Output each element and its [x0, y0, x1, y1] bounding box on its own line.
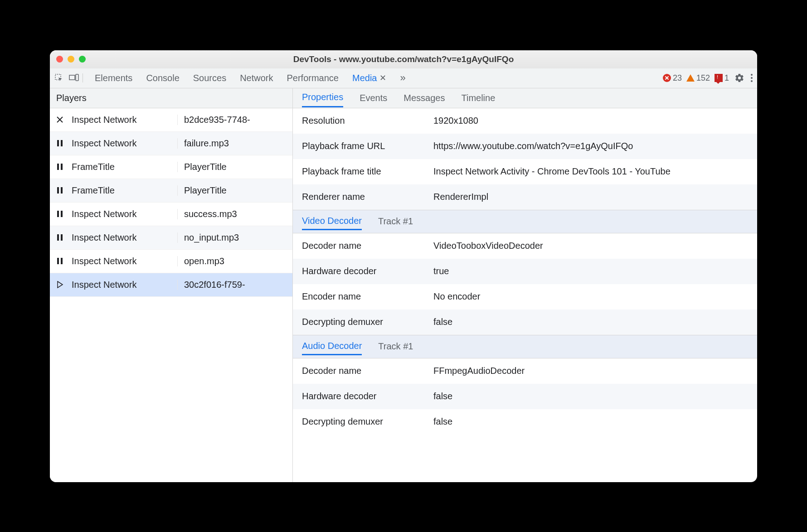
pause-icon [50, 163, 70, 170]
play-icon [50, 281, 70, 288]
audio-decoder-tab[interactable]: Audio Decoder [302, 341, 362, 355]
pause-icon [50, 210, 70, 218]
tab-network[interactable]: Network [240, 73, 273, 83]
player-row[interactable]: Inspect Networksuccess.mp3 [50, 203, 292, 226]
error-icon [663, 74, 671, 82]
players-list: Inspect Networkb2dce935-7748-Inspect Net… [50, 108, 292, 482]
svg-rect-6 [61, 164, 63, 170]
player-row[interactable]: Inspect Networkb2dce935-7748- [50, 108, 292, 132]
svg-rect-5 [57, 164, 59, 170]
video-track-tab[interactable]: Track #1 [378, 216, 413, 229]
property-row: Resolution1920x1080 [293, 108, 757, 134]
property-value: FFmpegAudioDecoder [433, 366, 748, 376]
player-frame: Inspect Network [70, 280, 178, 290]
svg-rect-13 [57, 258, 59, 264]
player-row[interactable]: Inspect Network30c2f016-f759- [50, 273, 292, 297]
status-area: 23 152 ! 1 [663, 73, 729, 83]
warning-count: 152 [696, 73, 710, 83]
players-header: Players [50, 88, 292, 108]
property-value: false [433, 416, 748, 427]
subtab-properties[interactable]: Properties [302, 92, 343, 107]
svg-rect-4 [61, 140, 63, 146]
player-title: success.mp3 [178, 209, 292, 219]
property-key: Hardware decoder [302, 266, 433, 276]
more-tabs-icon[interactable]: » [400, 72, 405, 84]
panel-tabs: Elements Console Sources Network Perform… [95, 72, 659, 84]
property-key: Playback frame title [302, 166, 433, 177]
property-row: Decrypting demuxerfalse [293, 409, 757, 435]
property-key: Playback frame URL [302, 141, 433, 151]
svg-rect-11 [57, 234, 59, 241]
property-value: false [433, 391, 748, 401]
property-key: Resolution [302, 116, 433, 126]
svg-rect-7 [57, 187, 59, 193]
detail-subtabs: Properties Events Messages Timeline [293, 88, 757, 108]
player-frame: Inspect Network [70, 256, 178, 266]
video-decoder-tabs: Video Decoder Track #1 [293, 210, 757, 233]
property-key: Renderer name [302, 192, 433, 202]
player-row[interactable]: Inspect Networkno_input.mp3 [50, 226, 292, 250]
subtab-timeline[interactable]: Timeline [461, 93, 495, 107]
warning-badge[interactable]: 152 [686, 73, 710, 83]
inspect-icon[interactable] [54, 73, 63, 82]
tab-media[interactable]: Media ✕ [352, 73, 386, 83]
property-key: Decoder name [302, 366, 433, 376]
video-decoder-tab[interactable]: Video Decoder [302, 216, 362, 230]
svg-rect-10 [61, 211, 63, 217]
svg-rect-9 [57, 211, 59, 217]
property-row: Decoder nameVideoTooboxVideoDecoder [293, 233, 757, 259]
error-badge[interactable]: 23 [663, 73, 682, 83]
subtab-events[interactable]: Events [360, 93, 387, 107]
property-key: Decrypting demuxer [302, 317, 433, 327]
player-title: PlayerTitle [178, 162, 292, 172]
property-row: Decrypting demuxerfalse [293, 310, 757, 335]
titlebar: DevTools - www.youtube.com/watch?v=e1gAy… [50, 50, 757, 68]
message-count: 1 [724, 73, 729, 83]
player-frame: FrameTitle [70, 185, 178, 196]
player-title: b2dce935-7748- [178, 115, 292, 125]
message-icon: ! [715, 74, 723, 82]
settings-icon[interactable] [734, 73, 744, 83]
main-toolbar: Elements Console Sources Network Perform… [50, 68, 757, 88]
tab-elements[interactable]: Elements [95, 73, 132, 83]
kebab-menu-icon[interactable] [751, 74, 753, 82]
audio-decoder-tabs: Audio Decoder Track #1 [293, 335, 757, 358]
property-value: https://www.youtube.com/watch?v=e1gAyQuI… [433, 141, 748, 151]
player-row[interactable]: FrameTitlePlayerTitle [50, 155, 292, 179]
close-tab-icon[interactable]: ✕ [379, 73, 386, 83]
property-row: Hardware decodertrue [293, 259, 757, 284]
player-title: failure.mp3 [178, 138, 292, 149]
tab-performance[interactable]: Performance [287, 73, 339, 83]
svg-rect-14 [61, 258, 63, 264]
general-properties: Resolution1920x1080Playback frame URLhtt… [293, 108, 757, 210]
svg-rect-3 [57, 140, 59, 146]
devtools-window: DevTools - www.youtube.com/watch?v=e1gAy… [50, 50, 757, 482]
player-row[interactable]: FrameTitlePlayerTitle [50, 179, 292, 203]
player-frame: Inspect Network [70, 232, 178, 243]
player-row[interactable]: Inspect Networkopen.mp3 [50, 250, 292, 273]
subtab-messages[interactable]: Messages [404, 93, 445, 107]
tab-sources[interactable]: Sources [193, 73, 226, 83]
svg-rect-8 [61, 187, 63, 193]
audio-decoder-properties: Decoder nameFFmpegAudioDecoderHardware d… [293, 358, 757, 435]
pause-icon [50, 187, 70, 194]
svg-rect-2 [76, 74, 78, 81]
property-value: 1920x1080 [433, 116, 748, 126]
message-badge[interactable]: ! 1 [715, 73, 729, 83]
property-value: Inspect Network Activity - Chrome DevToo… [433, 166, 748, 177]
tab-console[interactable]: Console [146, 73, 179, 83]
player-frame: Inspect Network [70, 209, 178, 219]
device-icon[interactable] [69, 74, 79, 82]
player-title: 30c2f016-f759- [178, 280, 292, 290]
player-frame: Inspect Network [70, 138, 178, 149]
property-row: Playback frame titleInspect Network Acti… [293, 159, 757, 184]
players-panel: Players Inspect Networkb2dce935-7748-Ins… [50, 88, 293, 482]
window-title: DevTools - www.youtube.com/watch?v=e1gAy… [50, 54, 757, 64]
pause-icon [50, 234, 70, 241]
player-row[interactable]: Inspect Networkfailure.mp3 [50, 132, 292, 155]
svg-rect-12 [61, 234, 63, 241]
player-title: PlayerTitle [178, 185, 292, 196]
pause-icon [50, 140, 70, 147]
audio-track-tab[interactable]: Track #1 [378, 341, 413, 354]
property-value: true [433, 266, 748, 276]
